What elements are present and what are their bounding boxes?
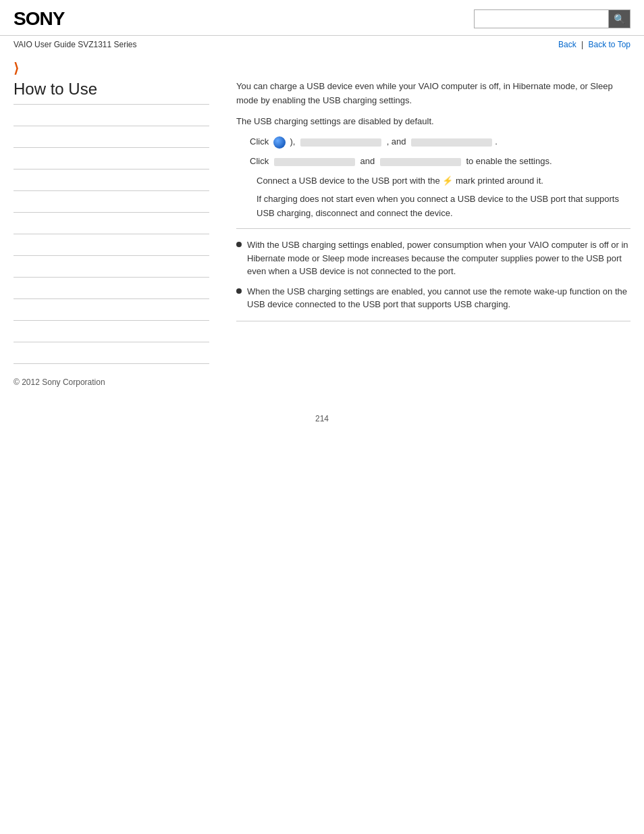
step2-placeholder2 bbox=[380, 158, 461, 166]
nav-right: Back | Back to Top bbox=[558, 40, 630, 49]
step2-end: to enable the settings. bbox=[466, 155, 552, 169]
step1-end: . bbox=[495, 135, 498, 149]
bullet-dot-1 bbox=[236, 242, 242, 247]
list-item[interactable] bbox=[14, 299, 209, 321]
content-para2: The USB charging settings are disabled b… bbox=[236, 115, 630, 129]
chevron-icon: ⟩ bbox=[14, 61, 19, 76]
step2-placeholder1 bbox=[274, 158, 355, 166]
content-divider-bottom bbox=[236, 321, 630, 321]
content-divider-top bbox=[236, 228, 630, 229]
step3: Connect a USB device to the USB port wit… bbox=[257, 174, 630, 188]
list-item[interactable] bbox=[14, 126, 209, 148]
main-content: How to Use You can charge a USB device e… bbox=[0, 80, 644, 364]
step1-and: , and bbox=[387, 135, 406, 149]
step1-paren: ), bbox=[290, 135, 295, 149]
search-input[interactable] bbox=[474, 9, 609, 28]
list-item[interactable] bbox=[14, 213, 209, 234]
search-button[interactable]: 🔍 bbox=[609, 9, 630, 28]
step1-placeholder2 bbox=[411, 138, 492, 147]
list-item[interactable] bbox=[14, 148, 209, 170]
step1-placeholder1 bbox=[300, 138, 381, 147]
step1-row: Click ), , and . bbox=[250, 135, 630, 149]
list-item[interactable] bbox=[14, 256, 209, 278]
page-number: 214 bbox=[0, 414, 644, 437]
back-to-top-link[interactable]: Back to Top bbox=[589, 40, 630, 49]
chevron-area: ⟩ bbox=[0, 53, 644, 80]
bullet-item-2: When the USB charging settings are enabl… bbox=[236, 285, 630, 311]
list-item[interactable] bbox=[14, 170, 209, 191]
list-item[interactable] bbox=[14, 191, 209, 213]
step1-click-label: Click bbox=[250, 135, 269, 149]
sony-logo: SONY bbox=[14, 8, 64, 30]
nav-separator: | bbox=[581, 40, 583, 49]
sidebar: How to Use bbox=[14, 80, 223, 364]
bullet-text-1: With the USB charging settings enabled, … bbox=[247, 238, 630, 278]
header: SONY 🔍 bbox=[0, 0, 644, 36]
copyright: © 2012 Sony Corporation bbox=[14, 377, 105, 387]
content-area: You can charge a USB device even while y… bbox=[223, 80, 630, 364]
guide-title: VAIO User Guide SVZ1311 Series bbox=[14, 40, 137, 49]
step2-and: and bbox=[360, 155, 375, 169]
nav-bar: VAIO User Guide SVZ1311 Series Back | Ba… bbox=[0, 36, 644, 53]
sidebar-title: How to Use bbox=[14, 80, 209, 105]
step2-row: Click and to enable the settings. bbox=[250, 155, 630, 169]
list-item[interactable] bbox=[14, 278, 209, 299]
footer: © 2012 Sony Corporation bbox=[0, 364, 644, 394]
search-container: 🔍 bbox=[474, 9, 630, 28]
bullet-list: With the USB charging settings enabled, … bbox=[236, 238, 630, 311]
content-para1: You can charge a USB device even while y… bbox=[236, 80, 630, 108]
bullet-item-1: With the USB charging settings enabled, … bbox=[236, 238, 630, 278]
globe-icon bbox=[273, 136, 286, 149]
list-item[interactable] bbox=[14, 342, 209, 364]
step4: If charging does not start even when you… bbox=[257, 192, 630, 221]
list-item[interactable] bbox=[14, 105, 209, 126]
list-item[interactable] bbox=[14, 321, 209, 342]
bullet-dot-2 bbox=[236, 288, 242, 294]
step2-click-label: Click bbox=[250, 155, 269, 169]
back-link[interactable]: Back bbox=[558, 40, 576, 49]
bullet-text-2: When the USB charging settings are enabl… bbox=[247, 285, 630, 311]
list-item[interactable] bbox=[14, 234, 209, 256]
